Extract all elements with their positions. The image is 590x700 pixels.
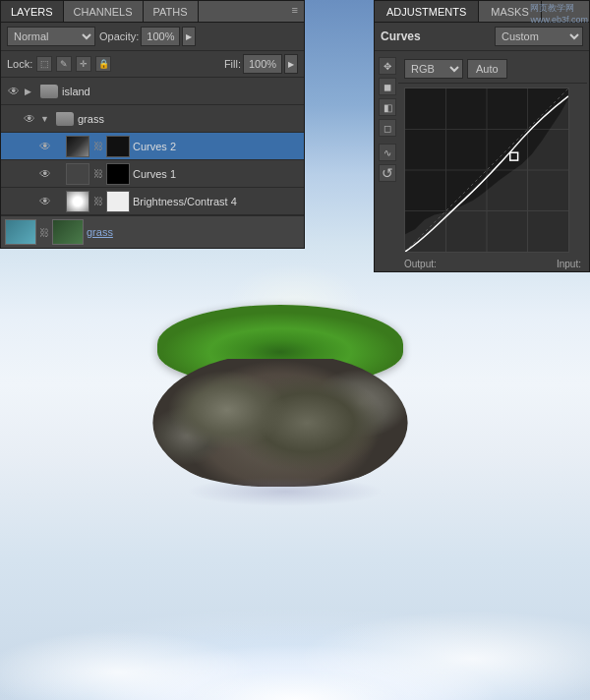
svg-rect-7 bbox=[510, 152, 518, 160]
adj-tools-row: ✥ ◼ ◧ ◻ ∿ ↺ RGB Red Green Blue Auto bbox=[375, 51, 589, 271]
layer-eye-brightness[interactable]: 👁 bbox=[36, 193, 54, 210]
tab-channels[interactable]: CHANNELS bbox=[64, 1, 144, 22]
hand-tool-btn[interactable]: ✥ bbox=[379, 57, 396, 75]
layers-panel-tabs: LAYERS CHANNELS PATHS ≡ bbox=[1, 1, 304, 23]
bottom-chain: ⛓ bbox=[39, 221, 49, 243]
folder-icon-island bbox=[40, 85, 58, 98]
layer-thumb-brightness bbox=[66, 191, 89, 212]
layer-chain-curves2: ⛓ bbox=[93, 136, 103, 157]
layer-thumb-curves2 bbox=[66, 136, 89, 157]
opacity-input[interactable] bbox=[141, 27, 180, 46]
layer-chain-brightness: ⛓ bbox=[93, 191, 103, 212]
curve-smooth-btn[interactable]: ∿ bbox=[379, 144, 396, 161]
curves-footer: Output: Input: bbox=[398, 257, 587, 271]
layer-name-island: island bbox=[62, 86, 300, 97]
layers-list: 👁 ▶ island 👁 ▼ grass 👁 ⛓ Curves 2 bbox=[1, 78, 304, 215]
island-rock-body bbox=[148, 359, 413, 487]
layer-expand-grass[interactable]: ▼ bbox=[40, 114, 52, 124]
bottom-thumb2 bbox=[52, 219, 84, 245]
input-label: Input: bbox=[557, 259, 581, 269]
floating-island bbox=[138, 305, 423, 501]
curves-graph-container bbox=[398, 84, 587, 257]
fill-label: Fill: bbox=[224, 58, 241, 70]
reset-btn[interactable]: ↺ bbox=[379, 164, 396, 182]
layers-panel: LAYERS CHANNELS PATHS ≡ Normal Dissolve … bbox=[0, 0, 305, 249]
layer-eye-island[interactable]: 👁 bbox=[5, 83, 23, 100]
adj-title: Curves bbox=[381, 29, 489, 43]
layer-curves2[interactable]: 👁 ⛓ Curves 2 bbox=[1, 133, 304, 160]
layer-curves1[interactable]: 👁 ⛓ Curves 1 bbox=[1, 160, 304, 188]
preset-select[interactable]: Custom Default Strong Contrast Linear Co… bbox=[495, 27, 583, 46]
layer-chain-curves1: ⛓ bbox=[93, 163, 103, 185]
layer-name-curves2: Curves 2 bbox=[133, 141, 300, 152]
layer-name-grass: grass bbox=[78, 113, 300, 125]
folder-icon-grass bbox=[56, 112, 74, 126]
bottom-thumb1 bbox=[5, 219, 36, 245]
opacity-label: Opacity: bbox=[99, 30, 139, 42]
layer-name-brightness: Brightness/Contrast 4 bbox=[133, 196, 300, 207]
auto-button[interactable]: Auto bbox=[467, 59, 507, 79]
output-label: Output: bbox=[404, 259, 437, 269]
fill-arrow[interactable]: ▶ bbox=[284, 54, 298, 74]
adj-tools-column: ✥ ◼ ◧ ◻ ∿ ↺ bbox=[377, 55, 398, 271]
layer-expand-island[interactable]: ▶ bbox=[25, 87, 36, 96]
panel-menu-icon[interactable]: ≡ bbox=[286, 1, 304, 22]
layer-island[interactable]: 👁 ▶ island bbox=[1, 78, 304, 105]
layer-mask-curves1 bbox=[106, 163, 130, 185]
layer-brightness[interactable]: 👁 ⛓ Brightness/Contrast 4 bbox=[1, 188, 304, 215]
lock-transparent-btn[interactable]: ⬚ bbox=[36, 56, 52, 72]
curves-right-area: RGB Red Green Blue Auto bbox=[398, 55, 587, 271]
opacity-control: Opacity: ▶ bbox=[99, 27, 196, 46]
layer-thumb-curves1 bbox=[66, 163, 89, 185]
layer-grass[interactable]: 👁 ▼ grass bbox=[1, 105, 304, 133]
layer-name-curves1: Curves 1 bbox=[133, 168, 300, 180]
tab-layers[interactable]: LAYERS bbox=[1, 1, 64, 22]
eyedropper-gray-btn[interactable]: ◧ bbox=[379, 98, 396, 116]
fill-control: Fill: ▶ bbox=[224, 54, 298, 74]
layer-eye-curves1[interactable]: 👁 bbox=[36, 165, 54, 183]
lock-paint-btn[interactable]: ✎ bbox=[56, 56, 72, 72]
layer-mask-brightness bbox=[106, 191, 130, 212]
tab-adjustments[interactable]: ADJUSTMENTS bbox=[375, 1, 479, 22]
lock-all-btn[interactable]: 🔒 bbox=[95, 56, 111, 72]
layer-blend-controls: Normal Dissolve Multiply Screen Overlay … bbox=[1, 23, 304, 51]
layers-bottom-bar: ⛓ grass bbox=[1, 215, 304, 248]
panels-container: LAYERS CHANNELS PATHS ≡ Normal Dissolve … bbox=[0, 0, 590, 249]
layer-eye-curves2[interactable]: 👁 bbox=[36, 138, 54, 155]
blend-mode-select[interactable]: Normal Dissolve Multiply Screen Overlay bbox=[7, 27, 95, 46]
eyedropper-black-btn[interactable]: ◼ bbox=[379, 78, 396, 95]
bottom-layer-name-link[interactable]: grass bbox=[87, 226, 113, 238]
layer-eye-grass[interactable]: 👁 bbox=[21, 110, 38, 128]
curves-graph[interactable] bbox=[404, 88, 569, 253]
lock-label: Lock: bbox=[7, 58, 32, 70]
curves-channel-row: RGB Red Green Blue Auto bbox=[398, 55, 587, 84]
opacity-arrow[interactable]: ▶ bbox=[182, 27, 196, 46]
channel-select[interactable]: RGB Red Green Blue bbox=[404, 59, 463, 79]
watermark: 网页教学网 www.eb3f.com bbox=[530, 3, 588, 26]
lock-controls: Lock: ⬚ ✎ ✛ 🔒 Fill: ▶ bbox=[1, 51, 304, 78]
eyedropper-white-btn[interactable]: ◻ bbox=[379, 119, 396, 137]
island-shadow bbox=[187, 477, 384, 506]
adj-header: Curves Custom Default Strong Contrast Li… bbox=[375, 23, 589, 51]
fill-input[interactable] bbox=[243, 54, 282, 74]
lock-move-btn[interactable]: ✛ bbox=[76, 56, 91, 72]
adjustments-panel: ADJUSTMENTS MASKS Curves Custom Default … bbox=[374, 0, 590, 272]
layer-mask-curves2 bbox=[106, 136, 130, 157]
tab-paths[interactable]: PATHS bbox=[144, 1, 199, 22]
curves-svg bbox=[405, 88, 568, 252]
